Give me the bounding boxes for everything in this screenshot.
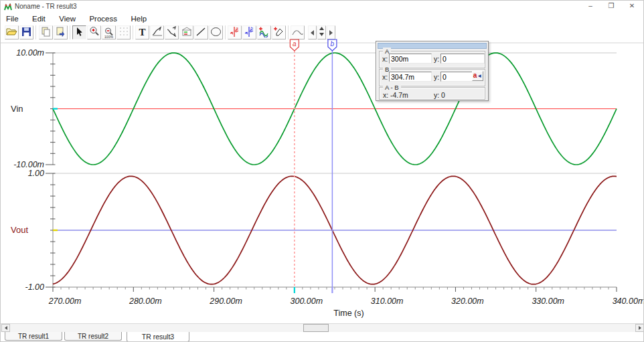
cursor-ab-y-value: 0 (441, 91, 445, 99)
x-tick-label: 320.00m (451, 296, 484, 306)
scrollbar-thumb[interactable] (303, 324, 329, 332)
pointer-button[interactable] (72, 25, 86, 39)
arc-icon (292, 27, 303, 38)
line-tool-button[interactable] (194, 25, 208, 39)
copy-pages-icon (41, 27, 51, 39)
up-down-spinner-icon (319, 26, 325, 39)
waveform-chart: 10.00m-10.00mVin1.00-1.00Vout270.00m280.… (1, 38, 644, 323)
x-tick-label: 290.00m (209, 296, 242, 306)
x-tick-label: 300.00m (291, 296, 323, 306)
curve-arrow-down-button[interactable] (165, 25, 179, 39)
restore-button[interactable]: ❐ (601, 1, 621, 11)
y-label: y: (434, 73, 439, 81)
cursor-b-flag-label: b (331, 40, 335, 48)
grid-button[interactable] (116, 25, 131, 39)
menu-view[interactable]: View (54, 14, 81, 23)
y-label: y: (434, 91, 439, 99)
left-arrow-icon (5, 326, 7, 330)
tab-tr-result2[interactable]: TR result2 (64, 332, 122, 341)
copy-button[interactable] (39, 25, 53, 39)
window-title: Noname - TR result3 (15, 3, 77, 10)
titlebar: Noname - TR result3 – ❐ ✕ (1, 1, 643, 12)
copy-special-button[interactable] (54, 25, 68, 39)
cursor-b-x-input[interactable] (389, 72, 432, 82)
left-arrow-icon: ◄ (477, 73, 482, 79)
x-axis-title: Time (s) (333, 309, 364, 318)
x-label: x: (382, 55, 388, 63)
menu-edit[interactable]: Edit (27, 14, 51, 23)
open-folder-icon (6, 27, 17, 39)
cursor-ab-x-value: -4.7m (390, 91, 408, 99)
menu-file[interactable]: File (1, 14, 24, 23)
open-button[interactable] (5, 25, 19, 39)
save-button[interactable] (19, 25, 33, 39)
legend-icon (181, 27, 192, 38)
menu-help[interactable]: Help (125, 14, 152, 23)
x-label: x: (383, 91, 388, 99)
floppy-disk-icon (21, 27, 31, 39)
right-arrow-icon (639, 326, 641, 330)
tab-tr-result3[interactable]: TR result3 (127, 332, 189, 342)
arc-tool-button[interactable] (291, 25, 305, 39)
text-tool-button[interactable]: T (135, 25, 149, 39)
cursor-a-x-input[interactable] (389, 54, 432, 64)
minimize-button[interactable]: – (580, 1, 600, 11)
menubar: File Edit View Process Help (1, 12, 643, 23)
grid-dots-icon (119, 27, 129, 38)
cursor-measurement-panel[interactable]: A x: y: B x: y: a◄ A - B x: -4.7m y: 0 (376, 41, 489, 101)
toolbar-separator (35, 25, 36, 39)
toolbar-separator (288, 25, 289, 39)
spinner-button[interactable] (317, 25, 326, 39)
add-waveform-button[interactable] (257, 25, 271, 39)
cursor-ab-group: A - B x: -4.7m y: 0 (379, 87, 485, 100)
scroll-right-button[interactable] (327, 25, 335, 39)
close-button[interactable]: ✕ (622, 1, 642, 11)
x-tick-label: 280.00m (129, 296, 162, 306)
scrollbar-right-button[interactable] (635, 324, 644, 332)
result-tabs: TR result1 TR result2 TR result3 (1, 332, 644, 342)
scroll-left-button[interactable] (308, 25, 317, 39)
cursor-b-icon: b (244, 26, 255, 39)
tab-tr-result1[interactable]: TR result1 (5, 332, 62, 341)
curve-arrow-up-button[interactable] (150, 25, 164, 39)
ellipse-icon (210, 27, 222, 39)
x-tick-label: 330.00m (532, 296, 564, 306)
y-tick-label: 10.00m (16, 48, 44, 58)
pen-icon (273, 26, 285, 39)
x-tick-label: 310.00m (371, 296, 404, 306)
zoom-in-button[interactable] (87, 25, 101, 39)
cursor-ab-group-label: A - B (383, 84, 401, 91)
cursor-b-tool-button[interactable]: b (242, 25, 256, 39)
toolbar-separator (225, 25, 226, 39)
cursor-a-tool-button[interactable]: a (228, 25, 242, 39)
x-label: x: (382, 73, 388, 81)
cursor-a-group: A x: y: (379, 51, 485, 68)
cursor-panel-titlebar[interactable] (378, 43, 487, 49)
colored-waves-icon (258, 26, 270, 39)
x-tick-label: 270.00m (48, 296, 82, 306)
scrollbar-left-button[interactable] (1, 324, 10, 332)
menu-process[interactable]: Process (84, 14, 123, 23)
y-tick-label: -1.00 (25, 282, 45, 292)
legend-button[interactable] (179, 25, 193, 39)
svg-text:a: a (236, 26, 238, 31)
horizontal-scrollbar[interactable] (1, 323, 644, 332)
toolbar-separator (133, 25, 133, 39)
curve-down-arrow-icon (167, 26, 177, 39)
svg-text:b: b (250, 26, 253, 31)
right-arrow-icon (329, 30, 333, 35)
cursor-a-flag-label: a (293, 40, 297, 48)
cursor-a-y-input[interactable] (440, 54, 485, 64)
cursor-b-y-input[interactable] (440, 72, 473, 82)
y-tick-label: -10.00m (13, 160, 44, 169)
axis-label-vout: Vout (11, 225, 28, 235)
ellipse-tool-button[interactable] (209, 25, 223, 39)
toolbar-separator (70, 25, 70, 39)
x-tick-label: 340.00m (613, 296, 644, 306)
app-window: Noname - TR result3 – ❐ ✕ File Edit View… (0, 0, 644, 342)
chart-panel: 10.00m-10.00mVin1.00-1.00Vout270.00m280.… (1, 38, 644, 323)
jump-to-cursor-a-button[interactable]: a◄ (472, 71, 483, 81)
curve-up-arrow-icon (152, 26, 163, 39)
pen-tool-button[interactable] (272, 25, 286, 39)
zoom-out-button[interactable]: 100% (102, 25, 116, 39)
